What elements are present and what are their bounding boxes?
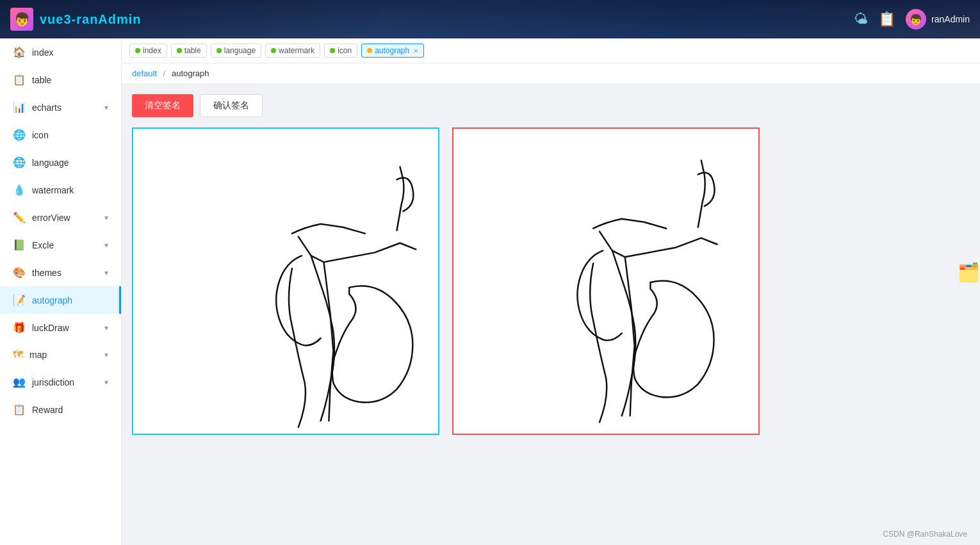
sidebar: 🏠index📋table📊echarts▾🌐icon🌐language💧wate…: [0, 38, 122, 545]
icon-icon: 🌐: [13, 129, 26, 141]
sidebar-item-watermark[interactable]: 💧watermark: [0, 176, 121, 204]
tab-label-table: table: [184, 46, 201, 55]
sidebar-item-label-index: index: [32, 47, 108, 58]
sidebar-item-label-icon: icon: [32, 130, 108, 140]
sidebar-item-index[interactable]: 🏠index: [0, 38, 121, 66]
clear-button[interactable]: 清空签名: [132, 94, 193, 117]
header-left: 👦 vue3-ranAdmin: [10, 8, 142, 31]
sidebar-item-map[interactable]: 🗺map▾: [0, 341, 121, 368]
watermark-icon: 💧: [13, 184, 26, 196]
themes-icon: 🎨: [13, 266, 26, 279]
float-icon: 🗂️: [958, 262, 980, 283]
content-area: indextablelanguagewatermarkiconautograph…: [122, 38, 980, 545]
tab-icon[interactable]: icon: [324, 44, 357, 58]
echarts-icon: 📊: [13, 101, 26, 113]
tabs-bar: indextablelanguagewatermarkiconautograph…: [122, 38, 980, 63]
user-name: ranAdmin: [931, 14, 970, 24]
user-area[interactable]: 👦 ranAdmin: [906, 9, 970, 29]
confirm-button[interactable]: 确认签名: [200, 94, 263, 117]
tab-close-autograph[interactable]: ✕: [413, 47, 418, 54]
sidebar-item-label-language: language: [32, 158, 108, 168]
app-title: vue3-ranAdmin: [40, 12, 142, 27]
tab-index[interactable]: index: [129, 44, 167, 58]
signature-canvas-red[interactable]: [452, 127, 760, 435]
table-icon: 📋: [13, 74, 26, 86]
sidebar-item-label-table: table: [32, 75, 108, 85]
tab-language[interactable]: language: [211, 44, 261, 58]
sidebar-item-arrow-map: ▾: [104, 350, 108, 359]
sidebar-item-arrow-jurisdiction: ▾: [104, 378, 108, 387]
sidebar-item-arrow-errorView: ▾: [104, 213, 108, 222]
autograph-icon: 📝: [13, 294, 26, 306]
sidebar-item-label-Excle: Excle: [32, 240, 98, 250]
tab-dot-index: [135, 48, 140, 53]
sidebar-item-label-echarts: echarts: [32, 102, 98, 113]
sidebar-item-label-jurisdiction: jurisdiction: [32, 377, 98, 387]
header: 👦 vue3-ranAdmin 🌤 📋 👦 ranAdmin: [0, 0, 980, 38]
breadcrumb-separator: /: [163, 69, 166, 78]
Reward-icon: 📋: [13, 403, 26, 416]
sidebar-item-label-map: map: [29, 350, 98, 360]
sidebar-item-label-errorView: errorView: [32, 213, 98, 223]
sidebar-item-icon[interactable]: 🌐icon: [0, 121, 121, 149]
sidebar-item-echarts[interactable]: 📊echarts▾: [0, 94, 121, 121]
sidebar-item-label-watermark: watermark: [32, 185, 108, 195]
sidebar-item-label-autograph: autograph: [32, 295, 106, 305]
tab-table[interactable]: table: [171, 44, 207, 58]
page-content: 清空签名 确认签名: [122, 84, 980, 545]
breadcrumb-default[interactable]: default: [132, 69, 157, 78]
tab-dot-language: [216, 48, 222, 53]
sidebar-item-arrow-echarts: ▾: [104, 103, 108, 112]
sidebar-item-jurisdiction[interactable]: 👥jurisdiction▾: [0, 368, 121, 396]
tab-dot-table: [177, 48, 182, 53]
language-icon: 🌐: [13, 156, 26, 168]
sidebar-item-table[interactable]: 📋table: [0, 66, 121, 94]
map-icon: 🗺: [13, 349, 23, 361]
sidebar-item-arrow-themes: ▾: [104, 268, 108, 277]
signature-canvas-cyan[interactable]: [132, 127, 439, 435]
sidebar-item-autograph[interactable]: 📝autograph: [0, 286, 121, 314]
tab-watermark[interactable]: watermark: [265, 44, 320, 58]
header-right: 🌤 📋 👦 ranAdmin: [854, 9, 970, 29]
sidebar-item-label-themes: themes: [32, 268, 98, 278]
sidebar-item-luckDraw[interactable]: 🎁luckDraw▾: [0, 314, 121, 341]
breadcrumb-current: autograph: [172, 69, 209, 78]
errorView-icon: ✏️: [13, 211, 26, 224]
jurisdiction-icon: 👥: [13, 376, 26, 388]
action-buttons: 清空签名 确认签名: [132, 94, 970, 117]
app-logo: 👦: [10, 8, 33, 31]
tab-dot-icon: [330, 48, 335, 53]
document-icon[interactable]: 📋: [878, 11, 895, 28]
tab-dot-autograph: [367, 48, 372, 53]
sidebar-item-language[interactable]: 🌐language: [0, 149, 121, 176]
sidebar-item-arrow-Excle: ▾: [104, 241, 108, 250]
tab-label-icon: icon: [338, 46, 352, 55]
side-float-button[interactable]: 🗂️: [957, 257, 980, 288]
luckDraw-icon: 🎁: [13, 321, 26, 334]
sidebar-item-Excle[interactable]: 📗Excle▾: [0, 231, 121, 259]
sidebar-item-themes[interactable]: 🎨themes▾: [0, 259, 121, 286]
tab-dot-watermark: [271, 48, 276, 53]
index-icon: 🏠: [13, 46, 26, 58]
sidebar-item-label-luckDraw: luckDraw: [32, 323, 98, 333]
tab-label-autograph: autograph: [375, 46, 409, 55]
tab-autograph[interactable]: autograph✕: [361, 44, 424, 58]
sidebar-item-label-Reward: Reward: [32, 405, 108, 415]
tab-label-language: language: [224, 46, 256, 55]
signature-canvas-red-wrapper: [452, 127, 760, 437]
breadcrumb: default / autograph: [122, 63, 980, 84]
signature-canvas-cyan-wrapper: [132, 127, 439, 437]
sidebar-item-Reward[interactable]: 📋Reward: [0, 396, 121, 423]
sidebar-item-arrow-luckDraw: ▾: [104, 323, 108, 332]
weather-icon[interactable]: 🌤: [854, 11, 868, 28]
sidebar-item-errorView[interactable]: ✏️errorView▾: [0, 204, 121, 231]
main-layout: 🏠index📋table📊echarts▾🌐icon🌐language💧wate…: [0, 38, 980, 545]
footer-text: CSDN @RanShakaLove: [883, 530, 967, 539]
signature-row: [132, 127, 970, 437]
tab-label-watermark: watermark: [279, 46, 314, 55]
tab-label-index: index: [143, 46, 161, 55]
Excle-icon: 📗: [13, 239, 26, 251]
user-avatar: 👦: [906, 9, 926, 29]
